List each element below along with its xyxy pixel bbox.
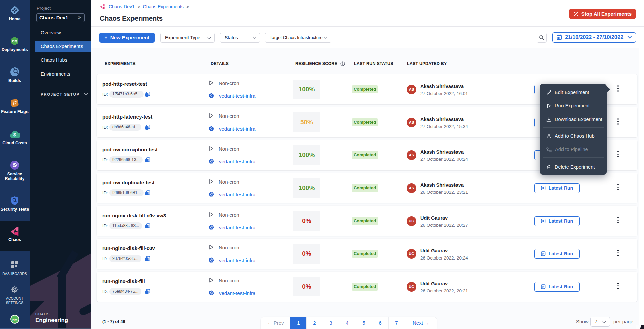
svg-text:NM: NM: [12, 318, 17, 321]
svg-text:$: $: [13, 132, 16, 137]
